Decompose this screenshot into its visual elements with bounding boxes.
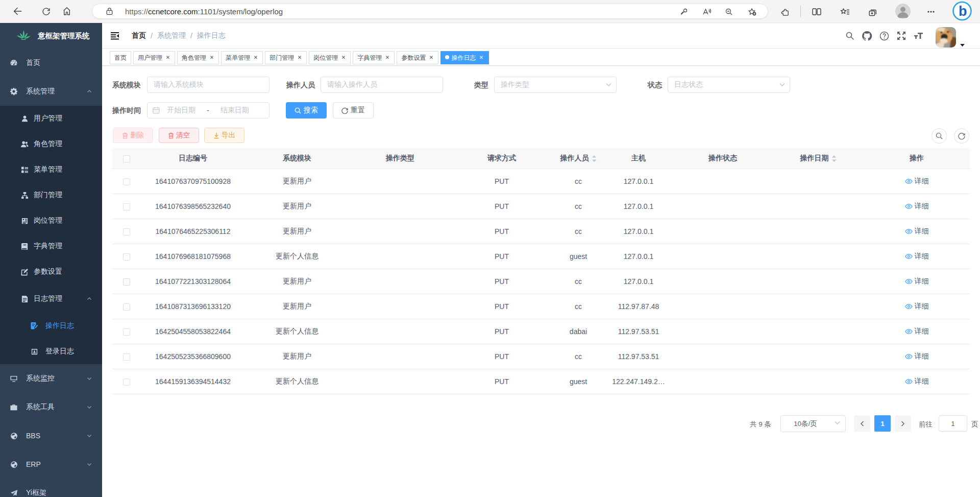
svg-text:b: b xyxy=(959,4,967,19)
